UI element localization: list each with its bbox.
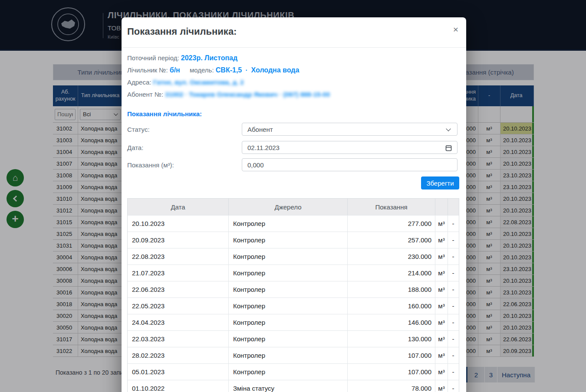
reading-label: Показання (м³): — [127, 161, 242, 169]
reading-source-cell: Контролер — [228, 248, 347, 265]
date-input[interactable]: 02.11.2023 — [242, 141, 458, 154]
reading-form-row: Показання (м³): 0,000 — [127, 158, 459, 171]
reading-unit-cell: м³ — [435, 265, 448, 281]
save-button[interactable]: Зберегти — [421, 176, 459, 189]
reading-unit-cell: м³ — [435, 232, 448, 248]
modal-header: Показання лічильника: × — [122, 17, 466, 48]
close-icon[interactable]: × — [453, 24, 458, 35]
reading-history-row: 01.10.2022Зміна статусу78.000м³- — [128, 380, 459, 392]
reading-value-cell: 160.000 — [347, 298, 435, 314]
readings-history-table: Дата Джерело Показання 20.10.2023Контрол… — [127, 198, 459, 392]
reading-dash-cell: - — [448, 380, 458, 392]
modal-title: Показання лічильника: — [127, 26, 237, 37]
column-header-date: Дата — [128, 199, 228, 215]
current-period-line: Поточний період: 2023р. Листопад — [127, 54, 459, 62]
save-row: Зберегти — [127, 176, 459, 189]
status-value: Абонент — [247, 126, 273, 133]
reading-dash-cell: - — [448, 347, 458, 363]
reading-input[interactable]: 0,000 — [242, 158, 458, 171]
status-select[interactable]: Абонент — [242, 123, 458, 136]
reading-date-cell: 28.02.2023 — [128, 347, 228, 363]
reading-date-cell: 20.10.2023 — [128, 216, 228, 232]
reading-source-cell: Контролер — [228, 232, 347, 248]
reading-value-cell: 78.000 — [347, 380, 435, 392]
reading-history-row: 22.03.2023Контролер130.000м³- — [128, 330, 459, 347]
reading-value-cell: 107.000 — [347, 364, 435, 380]
reading-history-row: 20.09.2023Контролер257.000м³- — [128, 232, 459, 248]
reading-source-cell: Контролер — [228, 265, 347, 281]
status-label: Статус: — [127, 126, 242, 133]
address-value: Гатне, вул. Оксамитова, д. 2 — [153, 78, 244, 86]
reading-history-row: 24.04.2023Контролер146.000м³- — [128, 314, 459, 330]
subscriber-value: 31002 · Токарев Олександр Якович · (097)… — [165, 91, 330, 98]
date-label: Дата: — [127, 144, 242, 151]
reading-unit-cell: м³ — [435, 281, 448, 297]
reading-date-cell: 21.07.2023 — [128, 265, 228, 281]
readings-table-header: Дата Джерело Показання — [128, 199, 459, 215]
subscriber-line: Абонент №: 31002 · Токарев Олександр Яко… — [127, 90, 459, 99]
reading-unit-cell: м³ — [435, 216, 448, 232]
model-value: СВК-1,5 — [216, 66, 242, 74]
reading-value-cell: 214.000 — [347, 265, 435, 281]
reading-date-cell: 22.08.2023 — [128, 248, 228, 265]
reading-source-cell: Контролер — [228, 347, 347, 363]
reading-value-cell: 130.000 — [347, 331, 435, 347]
reading-history-row: 28.02.2023Контролер107.000м³- — [128, 347, 459, 363]
reading-source-cell: Контролер — [228, 216, 347, 232]
reading-dash-cell: - — [448, 298, 458, 314]
reading-unit-cell: м³ — [435, 314, 448, 330]
reading-history-row: 05.01.2023Контролер107.000м³- — [128, 363, 459, 380]
meter-line: Лічильник №: б/н модель: СВК-1,5 · Холод… — [127, 66, 459, 75]
meter-readings-modal: Показання лічильника: × Поточний період:… — [122, 17, 466, 392]
address-label: Адреса: — [127, 78, 151, 86]
reading-history-row: 20.10.2023Контролер277.000м³- — [128, 215, 459, 232]
reading-value: 0,000 — [247, 161, 264, 169]
reading-source-cell: Контролер — [228, 364, 347, 380]
column-header-source: Джерело — [228, 199, 347, 215]
reading-value-cell: 146.000 — [347, 314, 435, 330]
reading-history-row: 21.07.2023Контролер214.000м³- — [128, 265, 459, 281]
reading-value-cell: 277.000 — [347, 216, 435, 232]
date-form-row: Дата: 02.11.2023 — [127, 141, 459, 154]
reading-unit-cell: м³ — [435, 298, 448, 314]
model-label: модель: — [190, 66, 214, 74]
period-label: Поточний період: — [127, 54, 179, 62]
reading-dash-cell: - — [448, 232, 458, 248]
reading-source-cell: Контролер — [228, 331, 347, 347]
reading-date-cell: 05.01.2023 — [128, 364, 228, 380]
reading-source-cell: Контролер — [228, 281, 347, 297]
date-value: 02.11.2023 — [247, 144, 280, 151]
dot-separator: · — [244, 66, 249, 74]
reading-dash-cell: - — [448, 331, 458, 347]
address-line: Адреса: Гатне, вул. Оксамитова, д. 2 — [127, 78, 459, 87]
meter-number-label: Лічильник №: — [127, 66, 168, 74]
reading-dash-cell: - — [448, 314, 458, 330]
reading-dash-cell: - — [448, 265, 458, 281]
reading-source-cell: Зміна статусу — [228, 380, 347, 392]
reading-dash-cell: - — [448, 248, 458, 265]
calendar-icon[interactable] — [445, 144, 452, 153]
reading-source-cell: Контролер — [228, 314, 347, 330]
reading-date-cell: 22.05.2023 — [128, 298, 228, 314]
reading-value-cell: 107.000 — [347, 347, 435, 363]
reading-history-row: 22.08.2023Контролер230.000м³- — [128, 248, 459, 265]
reading-dash-cell: - — [448, 364, 458, 380]
period-value: 2023р. Листопад — [181, 54, 237, 62]
reading-date-cell: 01.10.2022 — [128, 380, 228, 392]
subscriber-label: Абонент №: — [127, 91, 163, 98]
reading-source-cell: Контролер — [228, 298, 347, 314]
reading-history-row: 22.05.2023Контролер160.000м³- — [128, 297, 459, 314]
meter-number-value: б/н — [170, 66, 180, 74]
meter-type-value: Холодна вода — [251, 66, 300, 74]
reading-history-row: 22.06.2023Контролер188.000м³- — [128, 281, 459, 297]
reading-dash-cell: - — [448, 281, 458, 297]
reading-unit-cell: м³ — [435, 248, 448, 265]
reading-value-cell: 188.000 — [347, 281, 435, 297]
reading-date-cell: 24.04.2023 — [128, 314, 228, 330]
chevron-down-icon — [446, 126, 451, 131]
reading-unit-cell: м³ — [435, 364, 448, 380]
reading-date-cell: 20.09.2023 — [128, 232, 228, 248]
reading-value-cell: 257.000 — [347, 232, 435, 248]
reading-unit-cell: м³ — [435, 331, 448, 347]
readings-table-rows: 20.10.2023Контролер277.000м³-20.09.2023К… — [128, 215, 459, 392]
